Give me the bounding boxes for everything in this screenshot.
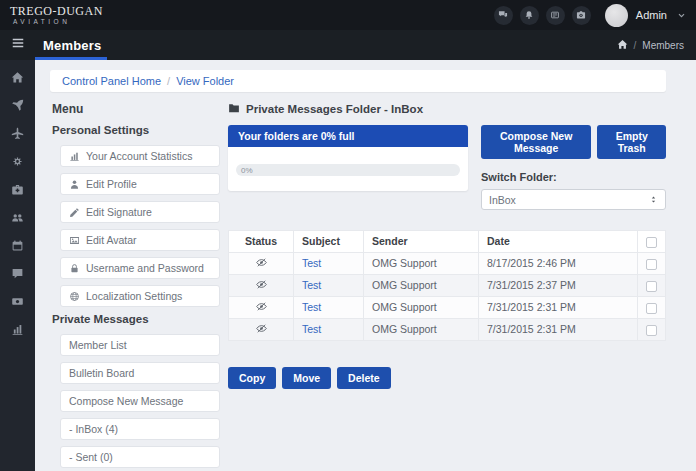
messages-table: Status Subject Sender Date Test xyxy=(228,230,666,341)
navbar-breadcrumb: / Members xyxy=(617,39,684,52)
folder-view: Private Messages Folder - InBox Your fol… xyxy=(228,100,666,389)
row-checkbox[interactable] xyxy=(646,325,657,336)
message-subject-link[interactable]: Test xyxy=(302,301,321,313)
table-row: Test OMG Support 7/31/2015 2:37 PM xyxy=(229,274,666,296)
menu-item-compose-new-message[interactable]: Compose New Message xyxy=(60,390,220,412)
menu-item-label: Bulletin Board xyxy=(69,367,134,379)
menu-item-edit-profile[interactable]: Edit Profile xyxy=(60,173,220,195)
folder-usage-banner: Your folders are 0% full xyxy=(228,125,468,147)
copy-button[interactable]: Copy xyxy=(228,367,276,389)
column-header-status: Status xyxy=(229,231,294,253)
lock-icon xyxy=(69,263,80,274)
top-banner: TREGO-DUGAN AVIATION Admin xyxy=(0,0,696,30)
eye-slash-icon xyxy=(256,323,267,334)
brand-logo[interactable]: TREGO-DUGAN AVIATION xyxy=(10,5,103,26)
menu-item-account-statistics[interactable]: Your Account Statistics xyxy=(60,145,220,167)
menu-item-bulletin-board[interactable]: Bulletin Board xyxy=(60,362,220,384)
menu-item-label: Edit Avatar xyxy=(86,234,137,246)
menu-item-label: - Sent (0) xyxy=(69,451,113,463)
row-checkbox[interactable] xyxy=(646,281,657,292)
camera-icon xyxy=(576,6,586,24)
users-icon[interactable] xyxy=(11,211,24,224)
bulk-actions: Copy Move Delete xyxy=(228,367,666,389)
menu-item-member-list[interactable]: Member List xyxy=(60,334,220,356)
briefcase-medical-icon[interactable] xyxy=(11,183,24,196)
select-all-checkbox[interactable] xyxy=(646,237,657,248)
message-subject-link[interactable]: Test xyxy=(302,257,321,269)
breadcrumb: Control Panel Home / View Folder xyxy=(50,70,666,92)
home-icon[interactable] xyxy=(617,39,628,52)
switch-folder-select[interactable]: InBox xyxy=(481,189,666,210)
column-header-date: Date xyxy=(479,231,638,253)
compose-new-message-button[interactable]: Compose New Message xyxy=(481,125,591,159)
table-header-row: Status Subject Sender Date xyxy=(229,231,666,253)
bar-chart-icon xyxy=(69,151,80,162)
message-sender: OMG Support xyxy=(364,252,479,274)
message-date: 7/31/2015 2:31 PM xyxy=(479,318,638,340)
menu-item-username-password[interactable]: Username and Password xyxy=(60,257,220,279)
money-icon[interactable] xyxy=(11,295,24,308)
table-row: Test OMG Support 7/31/2015 2:31 PM xyxy=(229,296,666,318)
folder-usage-card: Your folders are 0% full 0% xyxy=(228,125,468,191)
menu-item-edit-signature[interactable]: Edit Signature xyxy=(60,201,220,223)
user-menu[interactable]: Admin xyxy=(591,4,686,27)
topbar-actions: Admin xyxy=(487,4,686,27)
comments-icon xyxy=(498,6,508,24)
menu-item-sent[interactable]: - Sent (0) xyxy=(60,446,220,468)
breadcrumb-current-link[interactable]: View Folder xyxy=(176,75,234,87)
message-subject-link[interactable]: Test xyxy=(302,279,321,291)
breadcrumb-separator: / xyxy=(634,40,637,51)
messages-table-wrap: Status Subject Sender Date Test xyxy=(228,230,666,341)
plane-icon[interactable] xyxy=(11,99,24,112)
menu-item-label: Edit Profile xyxy=(86,178,137,190)
newspaper-icon xyxy=(550,6,560,24)
icon-sidebar xyxy=(0,60,35,471)
private-messages-list: Member List Bulletin Board Compose New M… xyxy=(50,334,220,471)
breadcrumb-home-link[interactable]: Control Panel Home xyxy=(62,75,161,87)
page-title: Members xyxy=(43,38,101,53)
row-checkbox[interactable] xyxy=(646,303,657,314)
comment-icon[interactable] xyxy=(11,267,24,280)
message-sender: OMG Support xyxy=(364,274,479,296)
eye-slash-icon xyxy=(256,257,267,268)
camera-button[interactable] xyxy=(572,6,591,25)
folder-view-title-row: Private Messages Folder - InBox xyxy=(228,102,666,116)
avatar xyxy=(605,4,628,27)
folder-icon xyxy=(228,102,240,116)
brand-title: TREGO-DUGAN xyxy=(10,5,103,17)
hamburger-icon xyxy=(11,36,25,54)
breadcrumb-separator: / xyxy=(167,75,170,87)
message-date: 8/17/2015 2:46 PM xyxy=(479,252,638,274)
active-tab-indicator xyxy=(35,57,107,60)
message-subject-link[interactable]: Test xyxy=(302,323,321,335)
plane-alt-icon[interactable] xyxy=(11,127,24,140)
menu-item-label: Localization Settings xyxy=(86,290,182,302)
switch-folder-selected: InBox xyxy=(489,194,516,206)
table-row: Test OMG Support 8/17/2015 2:46 PM xyxy=(229,252,666,274)
menu-toggle-button[interactable] xyxy=(0,36,35,54)
bar-chart-icon[interactable] xyxy=(11,323,24,336)
folder-usage-progressbar: 0% xyxy=(236,164,460,176)
empty-trash-button[interactable]: Empty Trash xyxy=(597,125,666,159)
calendar-icon[interactable] xyxy=(11,239,24,252)
menu-item-label: Username and Password xyxy=(86,262,204,274)
column-header-sender: Sender xyxy=(364,231,479,253)
menu-item-localization[interactable]: Localization Settings xyxy=(60,285,220,307)
breadcrumb-current: Members xyxy=(642,40,684,51)
menu-item-label: Your Account Statistics xyxy=(86,150,192,162)
notifications-button[interactable] xyxy=(520,6,539,25)
personal-settings-list: Your Account Statistics Edit Profile Edi… xyxy=(50,145,220,307)
row-checkbox[interactable] xyxy=(646,259,657,270)
move-button[interactable]: Move xyxy=(282,367,331,389)
delete-button[interactable]: Delete xyxy=(337,367,391,389)
menu-item-label: - InBox (4) xyxy=(69,423,118,435)
menu-item-edit-avatar[interactable]: Edit Avatar xyxy=(60,229,220,251)
home-icon[interactable] xyxy=(11,71,24,84)
message-sender: OMG Support xyxy=(364,296,479,318)
folder-view-title: Private Messages Folder - InBox xyxy=(246,103,423,115)
menu-item-inbox[interactable]: - InBox (4) xyxy=(60,418,220,440)
gears-icon[interactable] xyxy=(11,155,24,168)
comments-button[interactable] xyxy=(494,6,513,25)
news-button[interactable] xyxy=(546,6,565,25)
personal-settings-heading: Personal Settings xyxy=(52,124,220,136)
